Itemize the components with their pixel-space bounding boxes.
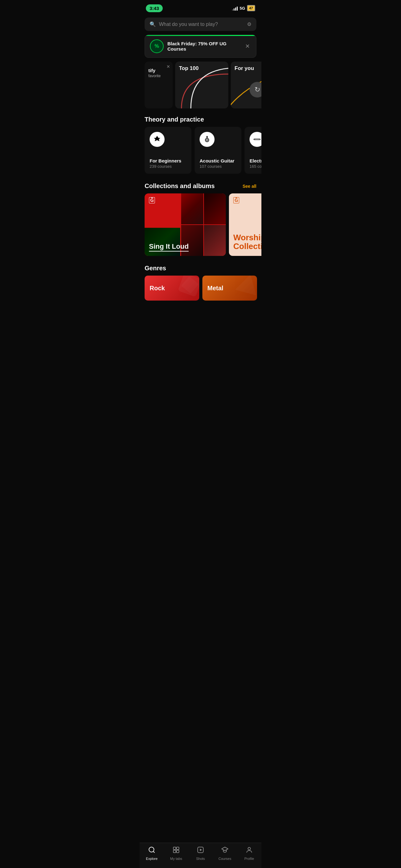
collections-section-title: Collections and albums: [144, 183, 214, 190]
theory-cards-scroll: For Beginners 239 courses Acoustic Guita…: [140, 127, 261, 180]
playlist-card-sublabel: favorite: [148, 74, 169, 78]
promo-banner[interactable]: % Black Friday: 75% OFF UG Courses ✕: [144, 35, 257, 58]
battery: 47: [247, 5, 255, 11]
electric-name: Electric Guitar: [249, 158, 261, 163]
banner-icon: %: [150, 39, 164, 53]
playlist-card-spotify[interactable]: ✕ tify favorite: [144, 62, 173, 108]
genres-section-header: Genres: [140, 262, 261, 276]
status-time: 3:43: [146, 4, 163, 12]
bottom-left-photo: [144, 228, 180, 256]
genre-card-metal[interactable]: Metal: [202, 276, 257, 301]
playlist-card-foryou[interactable]: For you ↻: [231, 62, 261, 108]
beginners-icon: [149, 132, 165, 147]
genres-section-title: Genres: [144, 265, 166, 272]
singitloud-ug-logo: G̃: [149, 197, 155, 204]
acoustic-courses: 107 courses: [200, 164, 236, 169]
signal-bar-4: [237, 6, 238, 11]
rock-label: Rock: [149, 285, 165, 292]
svg-point-8: [257, 139, 258, 140]
collections-section-header: Collections and albums See all: [140, 180, 261, 193]
photo-cell-4: [204, 225, 226, 256]
worship-title: Worship Collection: [233, 233, 261, 251]
battery-level: 47: [247, 5, 255, 11]
electric-courses: 165 courses: [249, 164, 261, 169]
collection-card-singitloud[interactable]: G̃ Sing It Loud: [144, 193, 226, 256]
top100-label: Top 100: [179, 65, 199, 71]
signal-bar-3: [235, 7, 236, 11]
playlist-card-label: tify: [148, 68, 169, 73]
theory-section-title: Theory and practice: [144, 116, 204, 123]
playlist-card-close[interactable]: ✕: [166, 64, 170, 69]
beginners-courses: 239 courses: [149, 164, 187, 169]
search-placeholder: What do you want to play?: [159, 22, 244, 27]
search-bar[interactable]: 🔍 What do you want to play? ⚙: [144, 18, 257, 31]
collection-card-worship[interactable]: G̃ Worship Collection: [229, 193, 261, 256]
svg-point-7: [256, 139, 257, 140]
metal-decoration: [235, 276, 257, 298]
signal-bar-2: [234, 8, 235, 11]
signal-bars: [232, 6, 238, 11]
banner-close-button[interactable]: ✕: [244, 41, 251, 51]
theory-section-header: Theory and practice: [140, 114, 261, 127]
collections-scroll: G̃ Sing It Loud G̃ Worship Collection: [140, 193, 261, 262]
rock-decoration: [177, 276, 199, 298]
metal-label: Metal: [207, 285, 223, 292]
theory-card-acoustic[interactable]: Acoustic Guitar 107 courses: [195, 127, 241, 174]
playlist-card-top100[interactable]: Top 100: [175, 62, 228, 108]
banner-percent-symbol: %: [155, 43, 159, 49]
search-icon: 🔍: [149, 21, 156, 27]
svg-point-6: [255, 139, 256, 140]
genres-scroll: Rock Metal: [140, 276, 261, 308]
theory-card-electric[interactable]: Electric Guitar 165 courses: [244, 127, 261, 174]
banner-text: Black Friday: 75% OFF UG Courses: [167, 41, 240, 52]
playlist-cards-scroll: ✕ tify favorite Top 100 For you ↻: [140, 62, 261, 114]
signal-bar-1: [232, 9, 233, 11]
network-badge: 5G: [239, 6, 245, 11]
acoustic-icon: [200, 132, 214, 147]
acoustic-name: Acoustic Guitar: [200, 158, 236, 163]
photo-cell-2: [204, 193, 226, 224]
beginners-name: For Beginners: [149, 158, 187, 163]
electric-icon: [249, 132, 261, 147]
worship-ug-logo: G̃: [233, 197, 239, 204]
filter-icon[interactable]: ⚙: [247, 21, 252, 27]
foryou-label: For you: [235, 65, 254, 71]
svg-point-9: [259, 139, 260, 140]
svg-marker-12: [235, 276, 257, 295]
theory-card-beginners[interactable]: For Beginners 239 courses: [144, 127, 192, 174]
collections-see-all[interactable]: See all: [243, 184, 257, 189]
status-bar: 3:43 5G 47: [140, 0, 261, 15]
status-right: 5G 47: [232, 5, 255, 11]
singitloud-title: Sing It Loud: [149, 243, 189, 251]
svg-point-1: [206, 140, 208, 141]
photo-cell-1: [181, 193, 203, 224]
genre-card-rock[interactable]: Rock: [144, 276, 199, 301]
